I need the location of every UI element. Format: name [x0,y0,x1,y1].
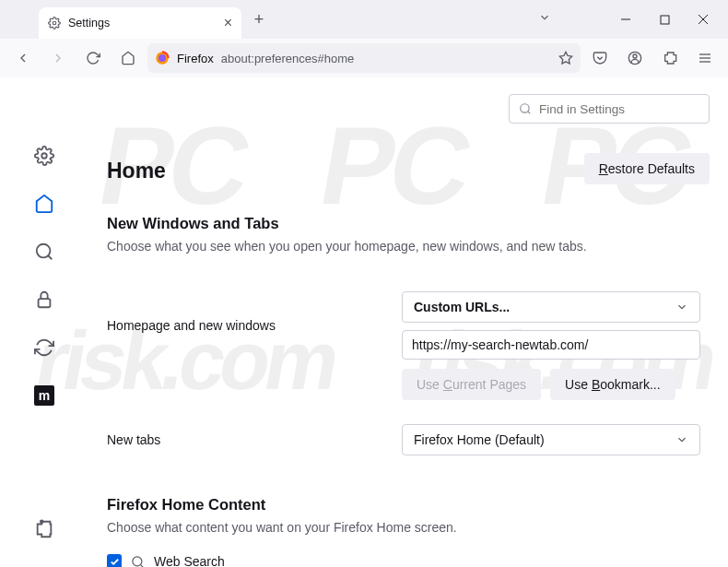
homepage-url-input[interactable] [402,330,700,360]
web-search-row: Web Search [107,554,710,567]
extensions-section-icon[interactable] [34,519,54,539]
svg-point-9 [633,54,637,58]
svg-point-18 [521,104,529,112]
new-tab-button[interactable]: + [245,10,273,30]
svg-rect-2 [661,16,669,24]
back-button[interactable] [7,43,39,73]
firefox-logo-icon [155,51,170,65]
pocket-button[interactable] [584,43,616,73]
extensions-button[interactable] [654,43,686,73]
address-bar[interactable]: Firefox about:preferences#home [147,43,581,73]
search-icon [519,102,532,115]
web-search-checkbox[interactable] [107,554,122,567]
section2-desc: Choose what content you want on your Fir… [107,519,710,536]
svg-point-0 [53,21,56,25]
section-firefox-home-content: Firefox Home Content [107,496,710,514]
reload-button[interactable] [77,43,109,73]
svg-point-20 [133,557,142,566]
homepage-mode-select[interactable]: Custom URLs... [402,291,700,323]
more-mozilla-icon[interactable]: m [34,385,54,406]
menu-button[interactable] [689,43,721,73]
svg-line-19 [528,112,531,114]
privacy-lock-icon[interactable] [34,289,54,310]
identity-label: Firefox [177,52,214,65]
svg-point-13 [41,153,47,159]
section-desc: Choose what you see when you open your h… [107,238,710,254]
use-bookmark-button[interactable]: Use Bookmark... [550,369,675,400]
svg-point-6 [159,54,166,62]
find-placeholder: Find in Settings [539,102,625,116]
svg-rect-16 [39,299,51,307]
section-new-windows-tabs: New Windows and Tabs [107,215,710,232]
general-gear-icon[interactable] [34,146,54,166]
web-search-label: Web Search [154,554,225,567]
homepage-label: Homepage and new windows [107,318,402,333]
browser-tab[interactable]: Settings × [39,7,241,39]
restore-defaults-button[interactable]: Restore Defaults [584,153,710,184]
search-icon [131,555,145,567]
home-button[interactable] [112,43,144,73]
main-panel: Find in Settings Home Restore Defaults N… [88,77,728,567]
settings-sidebar: m [0,77,88,567]
chevron-down-icon [675,301,688,313]
find-in-settings[interactable]: Find in Settings [509,94,710,124]
url-text: about:preferences#home [221,52,355,65]
check-icon [110,557,120,567]
maximize-button[interactable] [647,5,682,34]
svg-point-14 [37,244,51,258]
minimize-button[interactable] [608,5,643,34]
search-section-icon[interactable] [34,242,54,262]
bookmark-star-icon[interactable] [558,51,573,65]
account-button[interactable] [619,43,651,73]
newtabs-row: New tabs Firefox Home (Default) [107,424,710,455]
sync-icon[interactable] [34,337,54,358]
tabs-dropdown-icon[interactable] [538,11,551,24]
window-controls [601,0,728,39]
chevron-down-icon [675,433,688,446]
home-section-icon[interactable] [34,194,54,214]
newtabs-label: New tabs [107,432,402,447]
close-tab-icon[interactable]: × [224,15,232,31]
forward-button[interactable] [42,43,74,73]
svg-marker-7 [559,52,571,64]
content-area: m Find in Settings Home Restore Defaults… [0,77,728,567]
newtabs-select[interactable]: Firefox Home (Default) [402,424,700,455]
close-window-button[interactable] [686,5,721,34]
use-current-pages-button: Use Current Pages [402,369,541,400]
homepage-row: Homepage and new windows Custom URLs... [107,291,710,360]
svg-line-15 [48,255,52,259]
tab-title: Settings [68,17,110,30]
gear-icon [48,17,61,30]
toolbar: Firefox about:preferences#home [0,39,728,77]
tab-strip: Settings × + [0,0,728,39]
